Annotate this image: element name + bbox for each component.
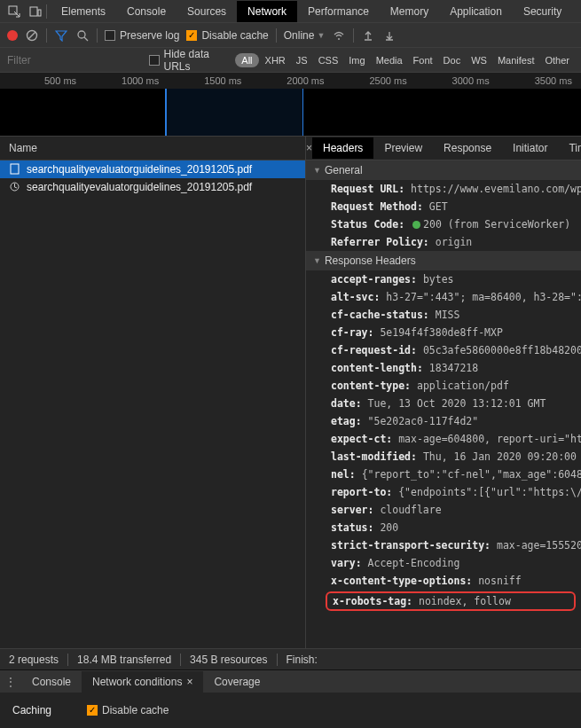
detail-tab-response[interactable]: Response bbox=[433, 137, 502, 159]
close-icon[interactable]: × bbox=[306, 142, 312, 154]
tab-memory[interactable]: Memory bbox=[380, 1, 439, 22]
status-requests: 2 requests bbox=[9, 654, 59, 666]
filter-font[interactable]: Font bbox=[409, 53, 437, 67]
throttle-select[interactable]: Online ▼ bbox=[284, 29, 326, 42]
filter-ws[interactable]: WS bbox=[467, 53, 491, 67]
disable-cache-checkbox[interactable]: Disable cache bbox=[186, 29, 268, 42]
status-dot-icon bbox=[412, 221, 420, 229]
header-row: x-robots-tag: noindex, follow bbox=[326, 591, 576, 611]
chevron-down-icon: ▼ bbox=[317, 31, 325, 40]
details-panel: × HeadersPreviewResponseInitiatorTim ▼Ge… bbox=[306, 137, 581, 648]
svg-rect-1 bbox=[30, 7, 37, 16]
download-icon[interactable] bbox=[382, 28, 396, 43]
request-row[interactable]: searchqualityevaluatorguidelines_2019120… bbox=[0, 178, 305, 196]
status-transferred: 18.4 MB transferred bbox=[77, 654, 171, 666]
header-row: nel: {"report_to":"cf-nel","max_age":604… bbox=[306, 466, 581, 483]
file-icon bbox=[9, 181, 21, 193]
svg-point-5 bbox=[78, 31, 85, 38]
upload-icon[interactable] bbox=[361, 28, 375, 43]
request-panel: Name searchqualityevaluatorguidelines_20… bbox=[0, 137, 306, 648]
filter-xhr[interactable]: XHR bbox=[261, 53, 290, 67]
header-row: strict-transport-security: max-age=15552… bbox=[306, 536, 581, 554]
inspect-icon[interactable] bbox=[4, 1, 25, 22]
drawer-tab-coverage[interactable]: Coverage bbox=[203, 671, 271, 693]
filter-manifest[interactable]: Manifest bbox=[493, 53, 539, 67]
svg-line-6 bbox=[84, 37, 88, 41]
filter-input[interactable] bbox=[7, 54, 149, 67]
header-row: date: Tue, 13 Oct 2020 13:12:01 GMT bbox=[306, 395, 581, 412]
detail-tab-preview[interactable]: Preview bbox=[373, 137, 433, 159]
header-row: expect-ct: max-age=604800, report-uri="h… bbox=[306, 430, 581, 448]
filter-bar: Hide data URLs AllXHRJSCSSImgMediaFontDo… bbox=[0, 48, 581, 73]
tab-network[interactable]: Network bbox=[237, 1, 297, 22]
status-finish: Finish: bbox=[287, 654, 318, 666]
tab-security[interactable]: Security bbox=[513, 1, 572, 22]
svg-line-4 bbox=[28, 32, 35, 39]
caching-label: Caching bbox=[12, 704, 51, 716]
filter-css[interactable]: CSS bbox=[314, 53, 343, 67]
header-row: vary: Accept-Encoding bbox=[306, 554, 581, 572]
header-row: server: cloudflare bbox=[306, 501, 581, 519]
header-row: report-to: {"endpoints":[{"url":"https:\… bbox=[306, 483, 581, 501]
drawer-body: Caching Disable cache bbox=[0, 693, 581, 728]
svg-point-7 bbox=[338, 38, 340, 40]
drawer-tab-console[interactable]: Console bbox=[21, 671, 82, 693]
tab-application[interactable]: Application bbox=[439, 1, 513, 22]
tab-performance[interactable]: Performance bbox=[297, 1, 380, 22]
clear-icon[interactable] bbox=[25, 28, 39, 43]
section-response-headers[interactable]: ▼Response Headers bbox=[306, 251, 581, 270]
tab-console[interactable]: Console bbox=[116, 1, 177, 22]
tab-sources[interactable]: Sources bbox=[177, 1, 237, 22]
tab-elements[interactable]: Elements bbox=[51, 1, 116, 22]
search-icon[interactable] bbox=[75, 28, 90, 43]
header-row: Referrer Policy: origin bbox=[306, 233, 581, 251]
header-row: x-content-type-options: nosniff bbox=[306, 572, 581, 590]
file-icon bbox=[9, 163, 21, 176]
network-toolbar: Preserve log Disable cache Online ▼ bbox=[0, 23, 581, 48]
drawer-disable-cache-checkbox[interactable]: Disable cache bbox=[87, 704, 169, 716]
filter-other[interactable]: Other bbox=[540, 53, 574, 67]
close-icon[interactable]: × bbox=[186, 676, 192, 688]
header-row: Request URL: https://www.evemilano.com/w… bbox=[306, 180, 581, 198]
header-row: accept-ranges: bytes bbox=[306, 270, 581, 288]
header-row: Request Method: GET bbox=[306, 198, 581, 215]
header-row: Status Code: 200 (from ServiceWorker) bbox=[306, 215, 581, 233]
main-tabs: ElementsConsoleSourcesNetworkPerformance… bbox=[51, 1, 572, 22]
filter-img[interactable]: Img bbox=[344, 53, 369, 67]
drawer-menu-icon[interactable]: ⋮ bbox=[0, 675, 21, 689]
header-row: cf-request-id: 05c3afe5860000e8ff18b4820… bbox=[306, 341, 581, 359]
preserve-log-checkbox[interactable]: Preserve log bbox=[105, 29, 179, 42]
filter-media[interactable]: Media bbox=[372, 53, 407, 67]
status-bar: 2 requests 18.4 MB transferred 345 B res… bbox=[0, 648, 581, 669]
timeline[interactable]: 500 ms1000 ms1500 ms2000 ms2500 ms3000 m… bbox=[0, 73, 581, 137]
request-row[interactable]: searchqualityevaluatorguidelines_2019120… bbox=[0, 160, 305, 178]
header-row: cf-ray: 5e194f4f380de8ff-MXP bbox=[306, 324, 581, 341]
header-row: cf-cache-status: MISS bbox=[306, 306, 581, 324]
header-row: alt-svc: h3-27=":443"; ma=86400, h3-28="… bbox=[306, 288, 581, 306]
type-filters: AllXHRJSCSSImgMediaFontDocWSManifestOthe… bbox=[235, 53, 574, 67]
filter-icon[interactable] bbox=[54, 28, 68, 43]
filter-doc[interactable]: Doc bbox=[439, 53, 466, 67]
filter-all[interactable]: All bbox=[235, 53, 258, 67]
section-general[interactable]: ▼General bbox=[306, 160, 581, 180]
header-row: last-modified: Thu, 16 Jan 2020 09:20:00… bbox=[306, 448, 581, 466]
timeline-scrubber[interactable] bbox=[165, 89, 167, 136]
triangle-down-icon: ▼ bbox=[313, 256, 321, 265]
detail-tab-headers[interactable]: Headers bbox=[312, 137, 373, 159]
svg-rect-2 bbox=[38, 10, 41, 16]
triangle-down-icon: ▼ bbox=[313, 166, 321, 175]
svg-rect-8 bbox=[11, 164, 19, 174]
drawer-tab-network-conditions[interactable]: Network conditions× bbox=[82, 671, 203, 693]
drawer-tabs: ⋮ ConsoleNetwork conditions×Coverage bbox=[0, 669, 581, 693]
header-row: content-type: application/pdf bbox=[306, 377, 581, 395]
record-button[interactable] bbox=[7, 30, 18, 41]
detail-tab-timing[interactable]: Tim bbox=[558, 137, 581, 159]
detail-tab-initiator[interactable]: Initiator bbox=[502, 137, 558, 159]
status-resources: 345 B resources bbox=[190, 654, 267, 666]
wifi-icon[interactable] bbox=[332, 28, 346, 43]
filter-js[interactable]: JS bbox=[292, 53, 312, 67]
device-icon[interactable] bbox=[25, 1, 46, 22]
column-header-name[interactable]: Name bbox=[0, 137, 305, 160]
header-row: etag: "5e202ac0-117f4d2" bbox=[306, 412, 581, 430]
hide-data-urls-checkbox[interactable]: Hide data URLs bbox=[149, 48, 235, 73]
